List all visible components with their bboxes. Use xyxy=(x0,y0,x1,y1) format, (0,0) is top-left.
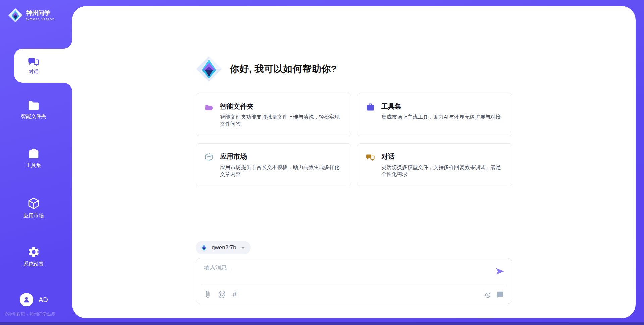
briefcase-icon xyxy=(27,148,40,159)
card-smart-folder[interactable]: 智能文件夹 智能文件夹功能支持批量文件上传与清洗，轻松实现文件问答 xyxy=(196,93,351,136)
mention-button[interactable]: @ xyxy=(218,290,226,298)
cube-icon xyxy=(27,197,40,210)
user-name: AD xyxy=(39,296,48,304)
chat-bubble-icon xyxy=(496,291,504,299)
cube-grid-icon xyxy=(204,152,214,162)
brand-gem-icon xyxy=(8,8,23,23)
user-account[interactable]: AD xyxy=(20,293,48,306)
gear-icon xyxy=(27,246,40,258)
briefcase-icon xyxy=(366,102,375,112)
greeting-row: 你好, 我可以如何帮助你? xyxy=(196,55,512,83)
history-icon xyxy=(484,291,491,299)
card-app-market[interactable]: 应用市场 应用市场提供丰富长文本模板，助力高效生成多样化文章内容 xyxy=(196,143,351,186)
at-icon: @ xyxy=(218,290,226,298)
card-title: 智能文件夹 xyxy=(220,102,344,110)
card-text: 工具集 集成市场上主流工具，助力AI与外界无缝扩展与对接 xyxy=(381,102,501,120)
message-composer: @ # xyxy=(196,258,512,304)
card-description: 应用市场提供丰富长文本模板，助力高效生成多样化文章内容 xyxy=(220,164,344,178)
message-input[interactable] xyxy=(203,263,492,282)
paperclip-icon xyxy=(204,290,211,298)
model-name: qwen2:7b xyxy=(212,244,236,251)
composer-left-tools: @ # xyxy=(204,290,237,298)
shortcut-cards: 智能文件夹 智能文件夹功能支持批量文件上传与清洗，轻松实现文件问答 工具集 集成… xyxy=(196,93,512,186)
card-title: 工具集 xyxy=(381,102,501,110)
card-text: 应用市场 应用市场提供丰富长文本模板，助力高效生成多样化文章内容 xyxy=(220,152,344,178)
brand-name: 神州问学 xyxy=(26,10,55,16)
sidebar-item-chat-active[interactable]: 对话 xyxy=(14,49,72,83)
folder-open-icon xyxy=(204,102,214,112)
send-icon xyxy=(496,267,504,276)
card-description: 智能文件夹功能支持批量文件上传与清洗，轻松实现文件问答 xyxy=(220,113,344,127)
greeting-text: 你好, 我可以如何帮助你? xyxy=(230,63,337,75)
sidebar-item-chat-inner: 对话 xyxy=(14,49,53,83)
sidebar-item-app-market[interactable]: 应用市场 xyxy=(0,197,67,219)
sidebar-item-settings[interactable]: 系统设置 xyxy=(0,246,67,267)
sidebar-item-label: 系统设置 xyxy=(23,261,44,267)
card-chat[interactable]: 对话 灵活切换多模型文件，支持多样回复效果调试，满足个性化需求 xyxy=(357,143,512,186)
sidebar-item-label: 对话 xyxy=(29,69,39,75)
sidebar-item-smart-folder[interactable]: 智能文件夹 xyxy=(0,99,67,120)
history-button[interactable] xyxy=(484,291,491,299)
brand: 神州问学 Smart Vision xyxy=(8,8,55,23)
gem-logo-icon xyxy=(200,243,208,252)
card-description: 集成市场上主流工具，助力AI与外界无缝扩展与对接 xyxy=(381,113,501,120)
feedback-button[interactable] xyxy=(496,291,504,299)
hash-icon: # xyxy=(232,290,237,298)
chevron-down-icon xyxy=(240,245,245,250)
send-button[interactable] xyxy=(496,267,504,276)
sidebar-item-toolset[interactable]: 工具集 xyxy=(0,148,67,169)
card-text: 对话 灵活切换多模型文件，支持多样回复效果调试，满足个性化需求 xyxy=(381,152,505,178)
card-description: 灵活切换多模型文件，支持多样回复效果调试，满足个性化需求 xyxy=(381,164,505,178)
copyright-text: ©神州数码 · 神州问学出品 xyxy=(5,311,55,317)
chat-bubbles-icon xyxy=(28,56,40,66)
model-selector[interactable]: qwen2:7b xyxy=(196,241,251,254)
composer-right-tools xyxy=(484,291,504,299)
card-title: 应用市场 xyxy=(220,152,344,160)
brand-subtitle: Smart Vision xyxy=(26,17,55,21)
folder-icon xyxy=(27,99,40,111)
content-column: 你好, 我可以如何帮助你? 智能文件夹 智能文件夹功能支持批量文件上传与清洗，轻… xyxy=(196,6,512,318)
avatar xyxy=(20,293,33,306)
composer-divider xyxy=(203,286,505,286)
sidebar-item-label: 工具集 xyxy=(26,162,41,169)
brand-gem-icon xyxy=(196,55,222,83)
brand-text: 神州问学 Smart Vision xyxy=(26,10,55,21)
sidebar-item-label: 应用市场 xyxy=(23,213,44,219)
card-text: 智能文件夹 智能文件夹功能支持批量文件上传与清洗，轻松实现文件问答 xyxy=(220,102,344,127)
person-icon xyxy=(23,296,30,303)
chat-bubbles-icon xyxy=(366,152,375,162)
topic-button[interactable]: # xyxy=(232,290,237,298)
bottom-edge-strip xyxy=(0,322,644,325)
card-toolset[interactable]: 工具集 集成市场上主流工具，助力AI与外界无缝扩展与对接 xyxy=(357,93,512,136)
main-content-panel: 你好, 我可以如何帮助你? 智能文件夹 智能文件夹功能支持批量文件上传与清洗，轻… xyxy=(72,6,636,318)
card-title: 对话 xyxy=(381,152,505,160)
attach-file-button[interactable] xyxy=(204,290,211,298)
sidebar: 神州问学 Smart Vision 对话 智能文件夹 工具集 应用市场 系统设置… xyxy=(0,0,72,325)
sidebar-item-label: 智能文件夹 xyxy=(21,113,46,120)
